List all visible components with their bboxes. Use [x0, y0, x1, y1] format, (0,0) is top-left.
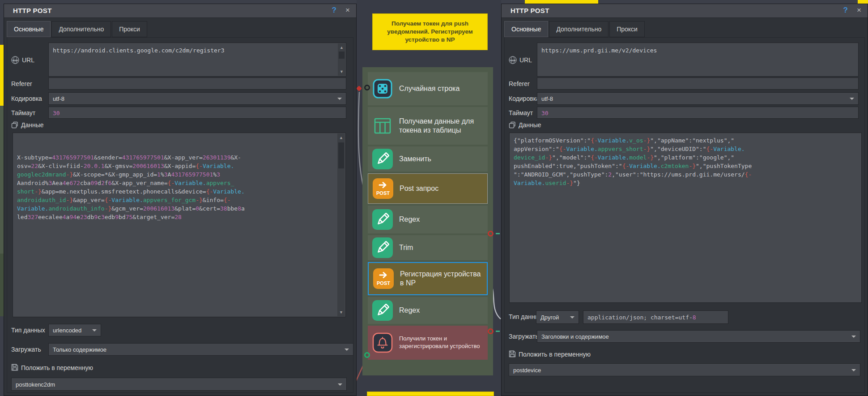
flow-item-3-pencil[interactable]: Заменить: [368, 146, 488, 172]
code-line: googlec2dmrand-}&X-scope=*&X-gmp_app_id=…: [17, 170, 335, 179]
putvar-select[interactable]: postdevice: [509, 363, 860, 376]
chevron-down-icon: [570, 316, 574, 319]
timeout-label: Таймаут: [509, 109, 533, 116]
url-input[interactable]: https://android.clients.google.com/c2dm/…: [48, 43, 346, 77]
flow-item-7-post[interactable]: POSTРегистрация устройства в NP: [368, 262, 488, 295]
data-label: Данные: [21, 121, 44, 129]
putvar-label: Положить в переменную: [21, 364, 93, 371]
url-scrollbar[interactable]: ▲ ▼: [338, 43, 345, 76]
connector-error-dash: [496, 331, 500, 332]
tab-main[interactable]: Основные: [7, 21, 51, 37]
pencil-icon: [372, 149, 393, 169]
code-line: androidauth_id-}&app_ver={-Variable.appv…: [17, 196, 335, 204]
scroll-up-icon[interactable]: ▲: [337, 134, 345, 141]
flow-item-6-pencil[interactable]: Trim: [368, 235, 488, 260]
datatype-select[interactable]: Другой: [536, 310, 579, 324]
timeout-input[interactable]: 30: [537, 107, 859, 119]
globe-icon: www: [11, 56, 19, 66]
dialog-titlebar[interactable]: HTTP POST ? ×: [4, 4, 356, 18]
url-value: https://ums.prd.gii.me/v2/devices: [541, 47, 657, 54]
dice-icon: [372, 78, 393, 99]
data-textarea[interactable]: X-subtype=431765977501&sender=4317659775…: [13, 133, 346, 317]
datatype-label: Тип данных: [11, 327, 45, 334]
flow-item-9-bell[interactable]: Получили токен и зарегистрировали устрой…: [368, 326, 488, 360]
scrollbar-thumb[interactable]: [338, 142, 344, 168]
putvar-label: Положить в переменную: [519, 351, 591, 358]
code-line: led327eecalee4a94e23db9c3edb9bd75&target…: [17, 213, 335, 221]
flow-item-label: Получаем данные для токена из таблицы: [399, 117, 483, 135]
referer-input[interactable]: [537, 77, 859, 90]
canvas-note-partial: [858, 0, 868, 4]
data-textarea[interactable]: {"platformOSVersion":"{-Variable.v_os-}"…: [509, 133, 862, 303]
encoding-select[interactable]: utf-8: [48, 92, 346, 105]
scroll-up-icon[interactable]: ▲: [338, 44, 345, 51]
load-value: Заголовки и содержимое: [541, 333, 609, 340]
flow-item-label: Заменить: [399, 155, 431, 164]
tab-bar: Основные Дополнительно Прокси: [504, 21, 646, 37]
connector-error-dot[interactable]: [488, 328, 494, 334]
flow-item-label: Post запрос: [400, 184, 438, 193]
close-icon[interactable]: ×: [857, 6, 861, 15]
pencil-icon: [372, 209, 393, 230]
flow-item-1-dice[interactable]: Случайная строка: [368, 72, 488, 105]
flow-item-2-table[interactable]: Получаем данные для токена из таблицы: [368, 107, 488, 145]
tab-advanced[interactable]: Дополнительно: [549, 21, 608, 37]
putvar-select[interactable]: posttokenc2dm: [11, 378, 347, 391]
code-line: pushEnabled":true,"pushToken":"{-Variabl…: [514, 162, 857, 170]
workflow-note[interactable]: Получаем токен для push уведомлений. Рег…: [372, 13, 488, 50]
chevron-down-icon: [338, 383, 342, 386]
tab-proxy[interactable]: Прокси: [112, 21, 147, 37]
load-label: Загружать: [11, 346, 41, 353]
connector-in-marker[interactable]: [356, 86, 362, 91]
flow-item-5-pencil[interactable]: Regex: [368, 206, 488, 233]
referer-input[interactable]: [48, 77, 346, 90]
post-icon: POST: [373, 178, 393, 199]
datatype-select[interactable]: urlencoded: [48, 324, 101, 336]
tab-main[interactable]: Основные: [504, 21, 548, 37]
dialog-title: HTTP POST: [511, 7, 549, 14]
scrollbar-thumb[interactable]: [339, 52, 345, 59]
save-icon: [11, 364, 18, 373]
dialog-titlebar[interactable]: HTTP POST ? ×: [502, 4, 868, 18]
connector-ok-dot[interactable]: [364, 352, 370, 358]
canvas-note-partial: [0, 45, 4, 106]
canvas-panel-partial: [0, 106, 4, 254]
content-type-input[interactable]: application/json; charset=utf-8: [583, 310, 728, 324]
pencil-icon: [372, 237, 393, 258]
url-input[interactable]: https://ums.prd.gii.me/v2/devices: [537, 43, 859, 77]
flow-item-label: Получили токен и зарегистрировали устрой…: [399, 335, 483, 350]
encoding-label: Кодировка: [509, 95, 540, 102]
canvas-note-partial: [525, 0, 598, 4]
tab-advanced[interactable]: Дополнительно: [51, 21, 111, 37]
flow-item-label: Regex: [399, 215, 420, 224]
connector-error-dot[interactable]: [488, 231, 494, 237]
flow-item-label: Regex: [399, 306, 420, 315]
load-label: Загружать: [509, 333, 539, 340]
code-line: Variable.androidauth_info-}&gcm_ver=2006…: [17, 204, 335, 213]
workflow-note-partial[interactable]: [367, 392, 494, 396]
tab-proxy[interactable]: Прокси: [609, 21, 645, 37]
load-select[interactable]: Только содержимое: [48, 343, 353, 356]
chevron-down-icon: [345, 349, 349, 351]
close-icon[interactable]: ×: [345, 6, 350, 15]
timeout-value: 30: [541, 109, 549, 116]
flow-item-label: Случайная строка: [399, 84, 460, 93]
connector-in-dot[interactable]: [364, 85, 370, 90]
url-value: https://android.clients.google.com/c2dm/…: [53, 47, 225, 54]
code-line: short-}&app=me.nextplus.smsfreetext.phon…: [17, 187, 335, 196]
bell-icon: [372, 332, 393, 353]
encoding-select[interactable]: utf-8: [537, 92, 859, 105]
scroll-down-icon[interactable]: ▼: [337, 309, 345, 316]
flow-item-8-pencil[interactable]: Regex: [368, 297, 488, 324]
data-scrollbar[interactable]: ▲ ▼: [337, 133, 345, 316]
workflow-panel: Получаем токен для push уведомлений. Рег…: [357, 0, 501, 396]
load-select[interactable]: Заголовки и содержимое: [537, 330, 860, 343]
scroll-down-icon[interactable]: ▼: [338, 68, 345, 75]
help-icon[interactable]: ?: [843, 6, 848, 15]
flow-item-4-post[interactable]: POSTPost запрос: [368, 173, 488, 204]
canvas-panel-partial: [0, 254, 4, 316]
help-icon[interactable]: ?: [332, 6, 336, 15]
load-value: Только содержимое: [53, 346, 106, 353]
putvar-value: posttokenc2dm: [16, 381, 55, 387]
timeout-input[interactable]: 30: [48, 107, 346, 119]
